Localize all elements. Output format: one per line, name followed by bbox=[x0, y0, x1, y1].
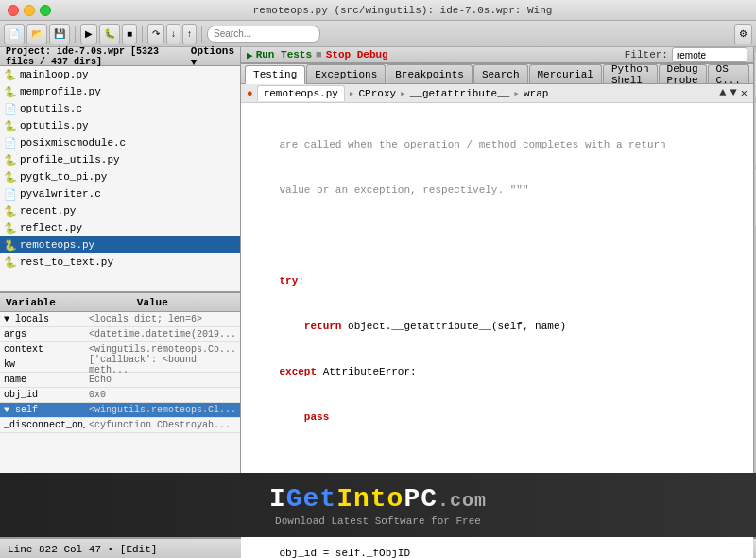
separator-1 bbox=[75, 26, 76, 43]
code-line-objid: obj_id = self._fObjID bbox=[241, 546, 753, 558]
breadcrumb-wrap[interactable]: wrap bbox=[524, 88, 548, 99]
search-input[interactable] bbox=[207, 26, 320, 43]
tab-debug-probe[interactable]: Debug Probe bbox=[659, 64, 707, 83]
var-row-locals[interactable]: ▼ locals <locals dict; len=6> bbox=[0, 312, 240, 327]
watermark-overlay: IGetIntoPC.com Download Latest Software … bbox=[0, 473, 756, 537]
tab-python-shell-label: Python Shell bbox=[611, 63, 649, 86]
maximize-button[interactable] bbox=[40, 5, 51, 16]
separator-3 bbox=[201, 26, 202, 43]
editor-file-bar: ● remoteops.py ▸ CProxy ▸ __getattribute… bbox=[241, 84, 753, 103]
code-line-2: value or an exception, respectively. """ bbox=[241, 183, 753, 198]
options-btn[interactable]: Options ▼ bbox=[191, 45, 234, 68]
tab-testing-label: Testing bbox=[253, 69, 297, 80]
breadcrumb-sep2: ▸ bbox=[400, 87, 406, 99]
tree-item-pyvalwriter[interactable]: 📄pyvalwriter.c bbox=[0, 185, 240, 202]
code-line-pass: pass bbox=[241, 410, 753, 425]
separator-2 bbox=[142, 26, 143, 43]
filter-input[interactable] bbox=[672, 47, 747, 62]
tree-item-rest-to-text[interactable]: 🐍rest_to_text.py bbox=[0, 253, 240, 270]
tree-item-memprofile[interactable]: 🐍memprofile.py bbox=[0, 83, 240, 100]
run-tests-label: Run Tests bbox=[256, 49, 312, 61]
editor-file-tab[interactable]: remoteops.py bbox=[257, 85, 345, 101]
wm-i: I bbox=[269, 484, 286, 514]
close-editor-button[interactable]: ✕ bbox=[741, 86, 747, 100]
main-toolbar: 📄 📂 💾 ▶ 🐛 ■ ↷ ↓ ↑ ⚙ bbox=[0, 21, 756, 47]
tree-item-optutils-py[interactable]: 🐍optutils.py bbox=[0, 117, 240, 134]
breadcrumb-class[interactable]: CProxy bbox=[358, 88, 396, 99]
tab-testing[interactable]: Testing bbox=[245, 65, 305, 84]
tabs-bar: Testing Exceptions Breakpoints Search Me… bbox=[241, 64, 753, 84]
stop-debug-button[interactable]: Stop Debug bbox=[326, 49, 388, 61]
traffic-lights bbox=[8, 5, 51, 16]
tree-item-remoteops[interactable]: 🐍remoteops.py bbox=[0, 236, 240, 253]
tab-mercurial[interactable]: Mercurial bbox=[529, 64, 602, 83]
open-file-button[interactable]: 📂 bbox=[26, 24, 47, 44]
breadcrumb-sep3: ▸ bbox=[513, 87, 520, 99]
var-row-self[interactable]: ▼ self <wingutils.remoteops.Cl... bbox=[0, 403, 240, 418]
var-row-args[interactable]: args <datetime.datetime(2019... bbox=[0, 327, 240, 342]
code-line-try: try: bbox=[241, 273, 753, 288]
var-header-name: Variable bbox=[6, 297, 56, 308]
file-tree: 🐍mainloop.py 🐍memprofile.py 📄optutils.c … bbox=[0, 66, 240, 291]
var-row-disconnect[interactable]: _disconnect_on_destroy <cyfunction CDest… bbox=[0, 418, 240, 433]
debug-button[interactable]: 🐛 bbox=[99, 24, 120, 44]
new-file-button[interactable]: 📄 bbox=[4, 24, 25, 44]
var-row-objid[interactable]: obj_id 0x0 bbox=[0, 388, 240, 403]
tree-item-recent[interactable]: 🐍recent.py bbox=[0, 202, 240, 219]
tab-exceptions[interactable]: Exceptions bbox=[306, 64, 386, 83]
breadcrumb-method[interactable]: __getattribute__ bbox=[410, 88, 510, 99]
variables-header: Variable Value bbox=[0, 293, 240, 312]
nav-down-button[interactable]: ▼ bbox=[730, 86, 737, 100]
var-row-kw[interactable]: kw ['callback': <bound meth... bbox=[0, 357, 240, 373]
step-into-button[interactable]: ↓ bbox=[166, 24, 180, 44]
project-header: Project: ide-7.0s.wpr [5323 files / 437 … bbox=[0, 47, 240, 66]
watermark-title: IGetIntoPC.com bbox=[269, 484, 487, 514]
tab-os-label: OS C... bbox=[716, 63, 741, 86]
tree-item-reflect[interactable]: 🐍reflect.py bbox=[0, 219, 240, 236]
step-over-button[interactable]: ↷ bbox=[147, 24, 164, 44]
tab-exceptions-label: Exceptions bbox=[315, 69, 377, 80]
project-title: Project: ide-7.0s.wpr [5323 files / 437 … bbox=[6, 46, 185, 67]
tab-breakpoints[interactable]: Breakpoints bbox=[387, 64, 472, 83]
run-tests-bar: ▶ Run Tests ■ Stop Debug Filter: bbox=[241, 47, 753, 63]
title-bar: remoteops.py (src/wingutils): ide-7.0s.w… bbox=[0, 0, 756, 21]
tree-item-optutils-c[interactable]: 📄optutils.c bbox=[0, 100, 240, 117]
tab-python-shell[interactable]: Python Shell bbox=[603, 64, 658, 83]
tab-os[interactable]: OS C... bbox=[708, 64, 749, 83]
tree-item-posixmisc[interactable]: 📄posixmiscmodule.c bbox=[0, 134, 240, 151]
var-header-val: Value bbox=[137, 297, 168, 308]
tab-search[interactable]: Search bbox=[473, 64, 528, 83]
wm-get: Get bbox=[286, 484, 336, 514]
tab-breakpoints-label: Breakpoints bbox=[395, 69, 464, 80]
tab-search-label: Search bbox=[482, 69, 520, 80]
run-button[interactable]: ▶ bbox=[80, 24, 97, 44]
stop-button[interactable]: ■ bbox=[122, 24, 137, 44]
step-out-button[interactable]: ↑ bbox=[182, 24, 197, 44]
code-line-return: return object.__getattribute__(self, nam… bbox=[241, 319, 753, 334]
tab-debug-probe-label: Debug Probe bbox=[667, 63, 698, 86]
status-text: Line 822 Col 47 • [Edit] bbox=[8, 544, 157, 555]
tree-item-profile[interactable]: 🐍profile_utils.py bbox=[0, 151, 240, 168]
wm-into: Into bbox=[336, 484, 404, 514]
tree-item-pygtk[interactable]: 🐍pygtk_to_pi.py bbox=[0, 168, 240, 185]
main-layout: Project: ide-7.0s.wpr [5323 files / 437 … bbox=[0, 47, 756, 537]
tree-item-mainloop[interactable]: 🐍mainloop.py bbox=[0, 66, 240, 83]
right-panel: ▶ Run Tests ■ Stop Debug Filter: ▶ ■ CRe… bbox=[241, 47, 753, 537]
watermark-subtitle: Download Latest Software for Free bbox=[275, 515, 481, 527]
nav-up-button[interactable]: ▲ bbox=[719, 86, 726, 100]
minimize-button[interactable] bbox=[24, 5, 35, 16]
tab-mercurial-label: Mercurial bbox=[538, 69, 593, 80]
code-line-3 bbox=[241, 228, 753, 243]
settings-button[interactable]: ⚙ bbox=[734, 24, 752, 44]
code-line-1: are called when the operation / method c… bbox=[241, 137, 753, 152]
wm-com: .com bbox=[438, 490, 487, 512]
editor-filename: remoteops.py bbox=[264, 88, 338, 99]
breadcrumb-sep1: ▸ bbox=[349, 87, 355, 99]
filter-label: Filter: bbox=[625, 49, 668, 61]
run-tests-button[interactable]: ▶ Run Tests bbox=[247, 49, 312, 61]
window-title: remoteops.py (src/wingutils): ide-7.0s.w… bbox=[57, 5, 748, 16]
close-button[interactable] bbox=[8, 5, 19, 16]
stop-debug-label: Stop Debug bbox=[326, 49, 388, 61]
save-button[interactable]: 💾 bbox=[49, 24, 70, 44]
var-row-name[interactable]: name Echo bbox=[0, 373, 240, 388]
